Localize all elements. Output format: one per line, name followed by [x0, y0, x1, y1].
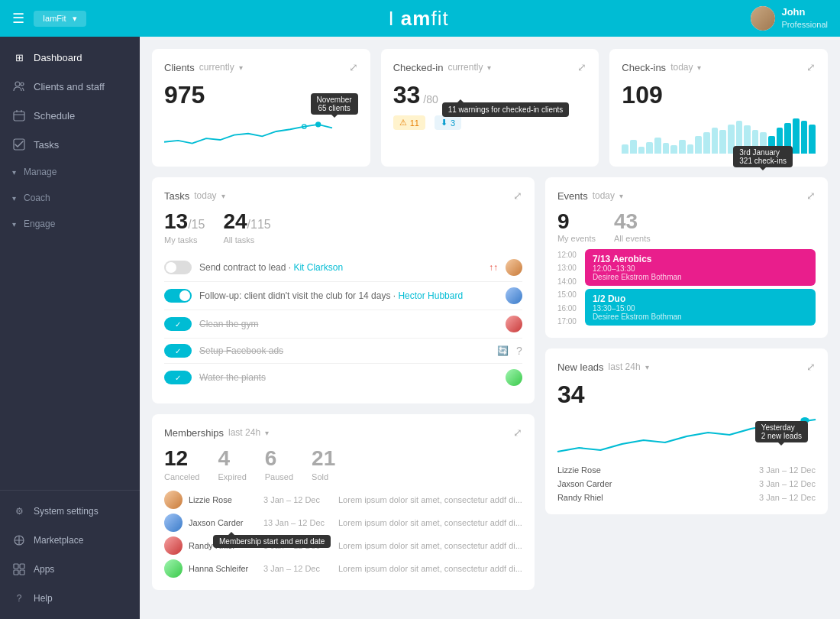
lead-name-2: Jaxson Carder [557, 479, 612, 488]
checkins-filter-dropdown[interactable]: ▾ [697, 63, 701, 72]
member-avatar-2 [164, 514, 183, 532]
event-duo[interactable]: 1/2 Duo 13:30–15:00 Desiree Ekstrom Both… [585, 289, 816, 326]
task-label-1: Send contract to lead · Kit Clarkson [199, 262, 481, 273]
task-link-2[interactable]: Hector Hubbard [398, 290, 463, 301]
app-switcher[interactable]: IamFit ▾ [34, 11, 86, 27]
leads-external-link[interactable]: ⤢ [806, 361, 816, 373]
events-filter: today [593, 190, 615, 201]
member-date-1: 3 Jan – 12 Dec [263, 495, 332, 504]
events-external-link[interactable]: ⤢ [806, 190, 816, 202]
clients-filter-dropdown[interactable]: ▾ [239, 63, 243, 72]
task-item-4: ✓ Setup Facebook ads 🔄 ? [164, 339, 522, 364]
memberships-filter-dropdown[interactable]: ▾ [265, 429, 269, 437]
warn-count: 11 [410, 118, 419, 128]
checkedin-title: Checked-in [393, 62, 444, 73]
checkins-bar-5 [663, 143, 670, 154]
leads-chart: Yesterday 2 new leads [557, 413, 816, 459]
sidebar-label-apps: Apps [34, 564, 54, 575]
checkedin-filter-dropdown[interactable]: ▾ [487, 63, 491, 72]
tasks-external-link[interactable]: ⤢ [513, 190, 522, 202]
checkins-bar-2 [638, 147, 645, 154]
checkins-bar-11 [712, 128, 719, 154]
event-aerobics[interactable]: 7/13 Aerobics 12:00–13:30 Desiree Ekstro… [585, 249, 816, 286]
checkins-card: Check-ins today ▾ ⤢ 109 3rd January 321 … [609, 49, 828, 167]
sidebar-label-help: Help [34, 593, 53, 604]
memberships-external-link[interactable]: ⤢ [513, 426, 522, 439]
user-info: John Professional [781, 6, 828, 30]
checkins-external-link[interactable]: ⤢ [806, 61, 816, 73]
task-check-4[interactable]: ✓ [164, 344, 192, 358]
sidebar-section-engage[interactable]: ▾ Engage [0, 211, 140, 237]
sidebar-item-help[interactable]: ? Help [0, 584, 140, 613]
layout: ⊞ Dashboard Clients and staff Schedule [0, 37, 840, 619]
my-events-label: My events [557, 234, 596, 243]
user-role: Professional [781, 19, 828, 30]
event-aerobics-title: 7/13 Aerobics [593, 254, 808, 264]
sidebar-section-manage[interactable]: ▾ Manage [0, 159, 140, 185]
task-item-2: Follow-up: client didn't visit the club … [164, 282, 522, 310]
lead-date-2: 3 Jan – 12 Dec [759, 479, 816, 488]
leads-tooltip-sub: 2 new leads [761, 432, 802, 440]
lead-row-1: Lizzie Rose 3 Jan – 12 Dec [557, 465, 816, 475]
sidebar-item-apps[interactable]: Apps [0, 555, 140, 584]
events-filter-dropdown[interactable]: ▾ [619, 192, 623, 200]
sidebar-section-coach[interactable]: ▾ Coach [0, 185, 140, 211]
lead-row-3: Randy Rhiel 3 Jan – 12 Dec [557, 493, 816, 502]
my-tasks-block: 13/15 My tasks [164, 209, 205, 245]
my-events-block: 9 My events [557, 209, 596, 243]
member-desc-1: Lorem ipsum dolor sit amet, consectetur … [338, 495, 522, 504]
checkedin-badges: ⚠ 11 ⬇ 3 [393, 115, 587, 130]
clients-chart-svg [164, 112, 332, 151]
clients-card-title: Clients [164, 62, 195, 73]
member-row-4: Hanna Schleifer 3 Jan – 12 Dec Lorem ips… [164, 559, 522, 578]
expired-stat: 4 Expired [218, 446, 246, 481]
coach-arrow: ▾ [12, 194, 16, 203]
menu-icon[interactable]: ☰ [12, 10, 24, 27]
avatar-image [751, 6, 775, 31]
sidebar-item-dashboard[interactable]: ⊞ Dashboard [0, 43, 140, 72]
event-duo-person: Desiree Ekstrom Bothman [593, 313, 808, 321]
memberships-card: Memberships last 24h ▾ ⤢ 12 Canceled 4 [152, 414, 535, 590]
tasks-title: Tasks [164, 190, 189, 202]
tasks-card-header: Tasks today ▾ ⤢ [164, 190, 522, 202]
info-badge: ⬇ 3 [435, 115, 461, 130]
task-toggle-2[interactable] [164, 289, 192, 303]
event-duo-title: 1/2 Duo [593, 293, 808, 304]
engage-arrow: ▾ [12, 220, 16, 228]
member-name-2: Jaxson Carder [189, 518, 257, 527]
checkedin-external-link[interactable]: ⤢ [577, 61, 586, 73]
checkedin-card-header: Checked-in currently ▾ ⤢ [393, 61, 587, 73]
sidebar-item-clients[interactable]: Clients and staff [0, 72, 140, 101]
user-menu[interactable]: John Professional [751, 6, 828, 31]
tasks-icon [12, 138, 26, 151]
task-check-3[interactable]: ✓ [164, 317, 192, 331]
logo-bold: am [401, 7, 431, 30]
task-toggle-1[interactable] [164, 261, 192, 274]
sidebar-item-schedule[interactable]: Schedule [0, 101, 140, 130]
sidebar-item-tasks[interactable]: Tasks [0, 130, 140, 159]
sidebar-label-schedule: Schedule [34, 110, 75, 122]
sold-num: 21 [312, 446, 335, 471]
lead-name-3: Randy Rhiel [557, 493, 603, 502]
clients-external-link[interactable]: ⤢ [349, 61, 358, 73]
clients-card: Clients currently ▾ ⤢ 975 November [152, 49, 370, 167]
task-check-5[interactable]: ✓ [164, 371, 192, 384]
all-tasks-num: 24/115 [223, 209, 270, 234]
task-label-4: Setup Facebook ads [199, 345, 489, 356]
sidebar-label-marketplace: Marketplace [34, 535, 83, 546]
tasks-filter-dropdown[interactable]: ▾ [221, 192, 225, 200]
leads-tooltip-text: Yesterday [761, 423, 802, 432]
svg-rect-2 [14, 112, 24, 121]
leads-filter-dropdown[interactable]: ▾ [645, 363, 649, 371]
task-link-1[interactable]: Kit Clarkson [293, 262, 343, 273]
app-switcher-arrow[interactable]: ▾ [73, 14, 77, 24]
checkins-bar-0 [622, 144, 628, 154]
events-card: Events today ▾ ⤢ 9 My events 43 [545, 177, 828, 338]
bottom-row: Tasks today ▾ ⤢ 13/15 My tasks [152, 177, 828, 590]
my-tasks-label: My tasks [164, 235, 205, 245]
all-events-num: 43 [614, 209, 651, 234]
sidebar-item-system[interactable]: ⚙ System settings [0, 497, 140, 526]
info-icon: ⬇ [441, 118, 447, 128]
time-1600: 16:00 [557, 304, 585, 313]
sidebar-item-marketplace[interactable]: Marketplace [0, 526, 140, 555]
